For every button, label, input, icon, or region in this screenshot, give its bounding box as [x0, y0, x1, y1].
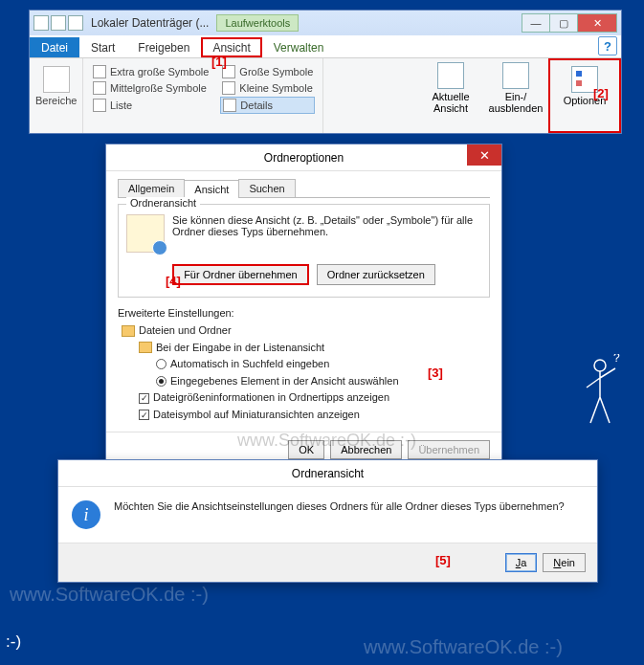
contextual-tab-tools[interactable]: Laufwerktools — [216, 14, 299, 32]
qat-icon[interactable] — [68, 15, 83, 31]
dialog-tabs: Allgemein Ansicht Suchen — [118, 179, 490, 198]
msgbox-buttons: Ja Nein — [58, 543, 597, 582]
no-button[interactable]: Nein — [543, 553, 586, 572]
close-icon[interactable]: ✕ — [467, 144, 501, 166]
folder-icon — [139, 342, 152, 353]
cancel-button[interactable]: Abbrechen — [330, 440, 402, 459]
current-view-button[interactable]: Aktuelle Ansicht — [418, 58, 483, 133]
yes-button[interactable]: Ja — [505, 553, 538, 572]
svg-text:?: ? — [613, 354, 620, 365]
annotation-3: [3] — [428, 366, 443, 380]
show-hide-button[interactable]: Ein-/ ausblenden — [483, 58, 548, 133]
svg-point-0 — [594, 360, 606, 371]
tab-general[interactable]: Allgemein — [118, 179, 185, 197]
watermark: www.SoftwareOK.de :-) — [364, 636, 563, 658]
panes-label: Bereiche — [35, 95, 77, 106]
qat-icon[interactable] — [33, 15, 49, 31]
folder-icon — [122, 325, 135, 337]
tab-view[interactable]: Ansicht — [201, 37, 261, 57]
view-details[interactable]: Details — [220, 97, 315, 114]
tab-file[interactable]: Datei — [30, 37, 79, 57]
window-title: Lokaler Datenträger (... — [91, 16, 209, 30]
explorer-titlebar[interactable]: Lokaler Datenträger (... Laufwerktools —… — [30, 11, 621, 35]
annotation-1: [1] — [211, 55, 227, 69]
folder-view-text: Sie können diese Ansicht (z. B. „Details… — [172, 214, 481, 237]
tab-manage[interactable]: Verwalten — [262, 37, 336, 57]
view-list[interactable]: Liste — [91, 97, 211, 114]
info-icon: i — [72, 500, 100, 529]
tab-start[interactable]: Start — [79, 37, 126, 57]
checkbox-thumb[interactable]: ✓ — [139, 410, 149, 420]
ribbon-group-layout: Extra große Symbole Große Symbole Mittel… — [83, 58, 323, 133]
msgbox-text: Möchten Sie die Ansichtseinstellungen di… — [114, 500, 565, 512]
minimize-button[interactable]: — — [522, 13, 550, 33]
maximize-button[interactable]: ▢ — [549, 13, 578, 33]
qat-icon[interactable] — [51, 15, 66, 31]
advanced-label: Erweiterte Einstellungen: — [118, 307, 490, 319]
panes-icon[interactable] — [43, 66, 70, 93]
view-large[interactable]: Große Symbole — [220, 64, 315, 79]
current-view-icon — [437, 62, 464, 89]
ribbon-tabstrip: Datei Start Freigeben Ansicht Verwalten … — [30, 35, 621, 58]
view-small[interactable]: Kleine Symbole — [220, 80, 315, 96]
help-button[interactable]: ? — [598, 36, 617, 55]
dialog-title: Ordneroptionen — [264, 151, 344, 165]
tab-search[interactable]: Suchen — [238, 179, 295, 197]
explorer-window: Lokaler Datenträger (... Laufwerktools —… — [29, 10, 622, 134]
apply-to-folders-button[interactable]: Für Ordner übernehmen — [172, 264, 309, 285]
folder-view-icon — [126, 214, 165, 253]
close-button[interactable]: ✕ — [577, 13, 617, 33]
tab-share[interactable]: Freigeben — [126, 37, 201, 57]
show-hide-icon — [502, 62, 529, 89]
group-legend: Ordneransicht — [126, 197, 200, 209]
checkbox-size[interactable]: ✓ — [139, 393, 149, 404]
ribbon-group-panes: Bereiche — [30, 58, 83, 133]
radio-select[interactable] — [156, 376, 167, 387]
apply-button: Übernehmen — [408, 440, 490, 459]
annotation-5: [5] — [435, 553, 451, 567]
ribbon-body: Bereiche Extra große Symbole Große Symbo… — [30, 58, 621, 133]
watermark: www.SoftwareOK.de :-) — [10, 584, 209, 606]
stickman-icon: ? — [579, 354, 627, 431]
view-extra-large[interactable]: Extra große Symbole — [91, 64, 211, 79]
view-medium[interactable]: Mittelgroße Symbole — [91, 80, 211, 96]
tab-view[interactable]: Ansicht — [184, 180, 239, 198]
annotation-2: [2] — [593, 86, 609, 100]
annotation-4: [4] — [166, 274, 181, 288]
msgbox-title: Ordneransicht — [292, 467, 364, 480]
smile-icon: :-) — [6, 632, 21, 652]
ok-button[interactable]: OK — [288, 440, 324, 459]
radio-search[interactable] — [156, 359, 167, 369]
reset-folders-button[interactable]: Ordner zurücksetzen — [317, 264, 435, 285]
folder-view-msgbox: Ordneransicht i Möchten Sie die Ansichts… — [57, 459, 598, 583]
msgbox-titlebar[interactable]: Ordneransicht — [58, 460, 597, 487]
folder-options-dialog: Ordneroptionen ✕ Allgemein Ansicht Suche… — [105, 144, 502, 468]
dialog-titlebar[interactable]: Ordneroptionen ✕ — [106, 144, 501, 171]
